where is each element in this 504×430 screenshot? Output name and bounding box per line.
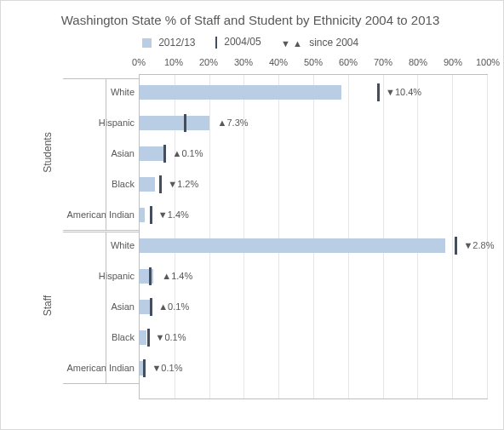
bar-current (140, 116, 209, 130)
mark-baseline (159, 175, 162, 193)
bar-row: Hispanic▲1.4% (140, 266, 487, 287)
bar-current (140, 330, 146, 345)
bar-row: American Indian▼0.1% (140, 358, 487, 379)
bar-row: Asian▲0.1% (140, 143, 487, 164)
x-tick: 20% (199, 57, 218, 67)
bar-current (140, 146, 164, 161)
mark-baseline (163, 145, 166, 163)
bar-row: Hispanic▲7.3% (140, 112, 487, 134)
delta-label: ▲0.1% (158, 296, 189, 318)
mark-baseline (150, 298, 152, 316)
x-tick: 30% (234, 57, 253, 67)
mark-baseline (149, 267, 152, 285)
delta-label: ▼10.4% (386, 82, 421, 103)
chart-frame: Washington State % of Staff and Student … (0, 0, 504, 430)
delta-label: ▼1.4% (158, 204, 189, 226)
bar-row: White▼2.8% (140, 235, 487, 256)
x-tick: 70% (374, 57, 392, 67)
delta-label: ▼2.8% (463, 235, 494, 256)
plot-area: White▼10.4%Hispanic▲7.3%Asian▲0.1%Black▼… (139, 74, 488, 399)
delta-label: ▼0.1% (152, 358, 182, 379)
x-tick: 40% (269, 57, 288, 67)
legend-delta-icon: ▼ ▲ (281, 38, 302, 49)
plot-wrap: 0%10%20%30%40%50%60%70%80%90%100% White▼… (62, 57, 488, 406)
legend-baseline-label: 2004/05 (224, 36, 261, 48)
mark-baseline (143, 359, 146, 377)
x-tick: 50% (304, 57, 323, 67)
delta-label: ▼1.2% (168, 174, 198, 195)
mark-baseline (455, 237, 457, 255)
mark-baseline (184, 114, 186, 132)
x-tick: 60% (339, 57, 358, 67)
bar-row: American Indian▼1.4% (140, 204, 487, 226)
delta-label: ▲1.4% (162, 266, 192, 287)
delta-label: ▲7.3% (218, 112, 249, 134)
bar-current (140, 269, 153, 284)
x-tick: 0% (132, 57, 146, 67)
bar-current (140, 300, 150, 314)
y-label-box (63, 78, 140, 231)
legend-swatch-icon (142, 38, 152, 48)
delta-label: ▲0.1% (173, 143, 203, 164)
delta-label: ▼0.1% (156, 327, 186, 348)
legend: 2012/13 2004/05 ▼ ▲ since 2004 (13, 36, 488, 49)
legend-mark-icon (215, 37, 217, 49)
x-tick: 10% (164, 57, 183, 67)
group-label: Staff (42, 280, 54, 331)
y-label-box (63, 232, 140, 384)
bar-row: Black▼1.2% (140, 174, 487, 195)
legend-item-delta: ▼ ▲ since 2004 (281, 37, 358, 49)
bar-row: Black▼0.1% (140, 327, 487, 348)
bar-current (140, 85, 341, 100)
bar-row: White▼10.4% (140, 82, 487, 103)
bar-current (140, 361, 143, 376)
legend-item-current: 2012/13 (142, 37, 196, 49)
bar-row: Asian▲0.1% (140, 296, 487, 318)
legend-item-baseline: 2004/05 (215, 36, 261, 49)
x-tick: 80% (409, 57, 427, 67)
x-tick: 100% (476, 57, 500, 67)
legend-delta-label: since 2004 (309, 37, 358, 49)
bar-current (140, 208, 145, 222)
group-label: Students (42, 127, 54, 178)
x-axis: 0%10%20%30%40%50%60%70%80%90%100% (139, 57, 488, 74)
mark-baseline (150, 206, 152, 224)
mark-baseline (377, 83, 380, 101)
bar-current (140, 238, 445, 253)
mark-baseline (147, 329, 150, 347)
bar-current (140, 177, 155, 192)
chart-title: Washington State % of Staff and Student … (13, 13, 488, 27)
legend-current-label: 2012/13 (158, 37, 195, 49)
x-tick: 90% (444, 57, 462, 67)
